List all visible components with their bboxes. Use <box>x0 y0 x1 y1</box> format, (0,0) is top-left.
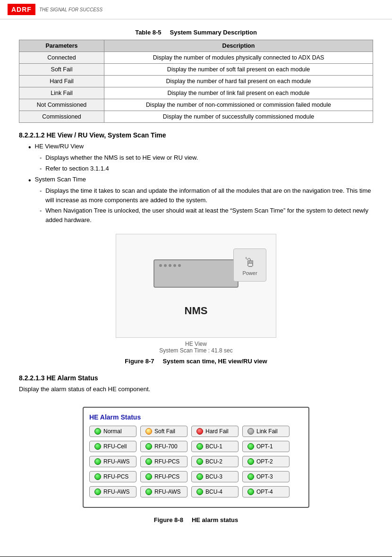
header: ADRF THE SIGNAL FOR SUCCESS <box>0 0 392 19</box>
table-cell-desc: Display the number of non-commissioned o… <box>104 99 373 111</box>
alarm-component-btn: RFU-AWS <box>140 486 187 497</box>
alarm-component-row: RFU-CellRFU-700BCU-1OPT-1 <box>89 441 303 452</box>
section-8222-intro: Display the alarm status of each HE comp… <box>19 386 373 393</box>
nms-light-3 <box>169 264 171 267</box>
col-header-desc: Description <box>104 40 373 52</box>
logo-area: ADRF THE SIGNAL FOR SUCCESS <box>8 4 102 15</box>
nms-label: NMS <box>185 305 208 317</box>
alarm-component-btn: OPT-3 <box>242 471 290 482</box>
component-label: RFU-PCS <box>154 458 179 465</box>
component-label: BCU-4 <box>205 488 222 495</box>
power-icon-symbol: 🖱 <box>243 255 256 270</box>
dash-1-2: - <box>40 164 42 173</box>
section-8221-heading: 8.2.2.1.2 HE View / RU View, System Scan… <box>19 131 373 139</box>
alarm-led <box>247 428 254 435</box>
table-number: Table 8-5 <box>135 29 161 36</box>
table-row: ConnectedDisplay the number of modules p… <box>19 52 373 64</box>
component-label: RFU-700 <box>154 443 178 450</box>
table-cell-param: Connected <box>19 52 104 64</box>
he-view-label: HE View <box>185 341 207 347</box>
component-label: RFU-AWS <box>103 488 130 495</box>
component-label: BCU-2 <box>205 458 222 465</box>
dash-text-2-1: Displays the time it takes to scan and u… <box>45 186 373 205</box>
alarm-component-row: RFU-AWSRFU-AWSBCU-4OPT-4 <box>89 486 303 497</box>
dash-2-2: - <box>40 206 42 224</box>
dash-list-1: - Displays whether the NMS is set to HE … <box>40 153 373 173</box>
bullet-section-2: • System Scan Time - Displays the time i… <box>28 176 373 224</box>
component-led <box>94 473 101 480</box>
component-led <box>247 458 254 465</box>
component-led <box>145 458 152 465</box>
alarm-led <box>145 428 152 435</box>
component-led <box>247 488 254 495</box>
component-label: BCU-3 <box>205 473 222 480</box>
alarm-status-btn: Normal <box>89 426 136 437</box>
table-row: Link FailDisplay the number of link fail… <box>19 87 373 99</box>
dash-item-1-2: - Refer to section 3.1.1.4 <box>40 164 373 173</box>
component-label: OPT-3 <box>256 473 273 480</box>
component-label: OPT-2 <box>256 458 273 465</box>
logo-tag: THE SIGNAL FOR SUCCESS <box>39 7 102 12</box>
power-label: Power <box>242 270 257 276</box>
alarm-label: Link Fail <box>256 428 278 435</box>
component-led <box>196 458 203 465</box>
alarm-led <box>94 428 101 435</box>
figure-7-image: NMS 🖱 Power <box>116 234 276 338</box>
scan-time-label: System Scan Time : 41.8 sec <box>159 347 232 354</box>
dash-text-1-1: Displays whether the NMS is set to HE vi… <box>45 153 373 163</box>
dash-item-1-1: - Displays whether the NMS is set to HE … <box>40 153 373 163</box>
alarm-component-btn: BCU-3 <box>191 471 239 482</box>
component-label: RFU-PCS <box>154 473 179 480</box>
alarm-led <box>196 428 203 435</box>
component-led <box>145 488 152 495</box>
table-row: Not CommissionedDisplay the number of no… <box>19 99 373 111</box>
alarm-component-rows: RFU-CellRFU-700BCU-1OPT-1RFU-AWSRFU-PCSB… <box>89 441 303 497</box>
figure-7-caption: Figure 8-7 System scan time, HE view/RU … <box>125 358 267 365</box>
component-led <box>94 443 101 450</box>
alarm-status-box: HE Alarm Status NormalSoft FailHard Fail… <box>83 407 309 508</box>
component-label: OPT-4 <box>256 488 273 495</box>
alarm-component-btn: RFU-AWS <box>89 456 136 467</box>
nms-device <box>153 259 239 288</box>
alarm-component-row: RFU-AWSRFU-PCSBCU-2OPT-2 <box>89 456 303 467</box>
nms-light-5 <box>178 264 181 267</box>
bullet-item-2: • System Scan Time <box>28 176 373 184</box>
nms-area: NMS <box>153 259 239 317</box>
alarm-label: Soft Fail <box>154 428 175 435</box>
table-cell-param: Commissioned <box>19 111 104 123</box>
alarm-status-title: HE Alarm Status <box>89 413 303 421</box>
figure-8-num: Figure 8-8 <box>154 516 183 523</box>
component-led <box>196 473 203 480</box>
alarm-component-btn: RFU-PCS <box>140 471 187 482</box>
col-header-params: Parameters <box>19 40 104 52</box>
table-cell-desc: Display the number of hard fail present … <box>104 76 373 87</box>
alarm-component-btn: RFU-Cell <box>89 441 136 452</box>
alarm-label: Normal <box>103 428 122 435</box>
figure-8-title: HE alarm status <box>192 516 238 523</box>
alarm-component-btn: OPT-4 <box>242 486 290 497</box>
table-row: Soft FailDisplay the number of soft fail… <box>19 64 373 76</box>
component-label: RFU-AWS <box>103 458 130 465</box>
table-cell-param: Soft Fail <box>19 64 104 76</box>
component-led <box>94 488 101 495</box>
component-led <box>196 488 203 495</box>
power-icon-box: 🖱 Power <box>233 249 266 282</box>
component-label: RFU-PCS <box>103 473 128 480</box>
table-caption: Table 8-5 System Summary Description <box>19 29 373 36</box>
nms-lights <box>159 264 181 267</box>
alarm-component-btn: BCU-4 <box>191 486 239 497</box>
alarm-status-row: NormalSoft FailHard FailLink Fail <box>89 426 303 437</box>
alarm-status-btn: Link Fail <box>242 426 290 437</box>
table-cell-desc: Display the number of link fail present … <box>104 87 373 99</box>
figure-7-container: NMS 🖱 Power HE View System Scan Time : 4… <box>19 234 373 365</box>
nms-light-2 <box>164 264 167 267</box>
component-led <box>94 458 101 465</box>
alarm-component-btn: RFU-AWS <box>89 486 136 497</box>
nms-light-4 <box>173 264 176 267</box>
table-cell-desc: Display the number of successfully commi… <box>104 111 373 123</box>
main-content: Table 8-5 System Summary Description Par… <box>0 19 392 542</box>
bullet-item-1: • HE View/RU View <box>28 143 373 151</box>
figure-7-title: System scan time, HE view/RU view <box>163 358 267 365</box>
table-title: System Summary Description <box>170 29 257 36</box>
section-8222-heading: 8.2.2.1.3 HE Alarm Status <box>19 374 373 382</box>
